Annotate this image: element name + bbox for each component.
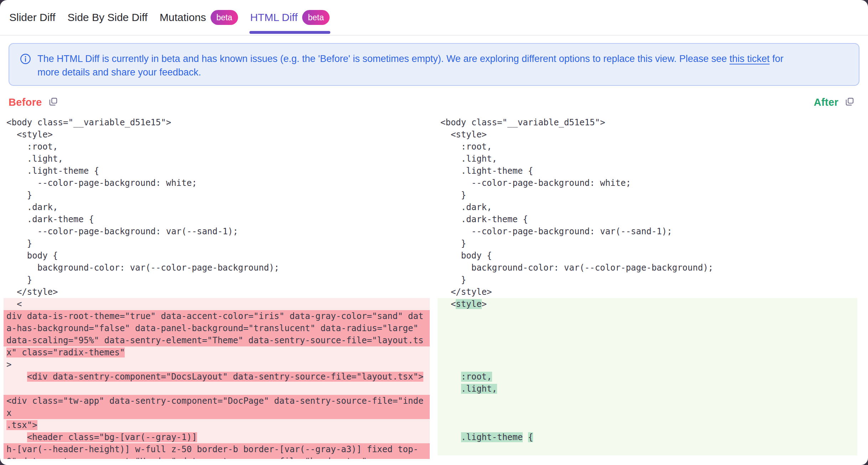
diff-code-line <box>438 419 857 431</box>
banner-text-after-link: for <box>770 53 784 64</box>
code-line: --color-page-background: white; <box>4 177 430 189</box>
before-label-group: Before <box>9 96 58 108</box>
beta-badge: beta <box>211 10 238 25</box>
code-line: } <box>4 189 430 201</box>
diff-code-line: < <box>4 298 430 310</box>
diff-mark-segment: style <box>456 299 481 309</box>
code-segment: < <box>6 299 22 309</box>
diff-code-line <box>438 395 857 407</box>
diff-mark-segment: div data-is-root-theme="true" data-accen… <box>6 311 423 321</box>
code-segment <box>440 384 461 394</box>
diff-code-line: .light, <box>438 383 857 395</box>
code-line: body { <box>438 250 857 262</box>
banner-text-before-link: The HTML Diff is currently in beta and h… <box>37 53 729 64</box>
code-segment <box>6 432 27 442</box>
diff-code-line: x" class="radix-themes" <box>4 346 430 359</box>
diff-mark-segment: h-[var(--header-height)] w-full z-50 bor… <box>6 444 418 454</box>
copy-after-button[interactable] <box>845 97 854 108</box>
code-line: <body class="__variable_d51e15"> <box>438 116 857 129</box>
banner-text-line2: more details and share your feedback. <box>37 67 201 78</box>
tab-html-diff[interactable]: HTML Diffbeta <box>249 0 330 35</box>
code-line: </style> <box>438 286 857 298</box>
tab-bar: Slider DiffSide By Side DiffMutationsbet… <box>0 0 868 36</box>
diff-code-line <box>438 407 857 419</box>
banner-text: The HTML Diff is currently in beta and h… <box>37 52 784 79</box>
diff-mark-segment: 0" data-sentry-component="Header" data-s… <box>6 456 372 459</box>
code-line: .dark, <box>4 201 430 213</box>
diff-code-line: 0" data-sentry-component="Header" data-s… <box>4 455 430 459</box>
copy-before-button[interactable] <box>48 97 58 108</box>
code-line: <style> <box>4 129 430 141</box>
diff-code-line: .light-theme { <box>438 431 857 443</box>
code-line: .dark-theme { <box>4 213 430 225</box>
active-tab-underline <box>249 31 330 34</box>
code-line: <body class="__variable_d51e15"> <box>4 116 430 129</box>
diff-code-line <box>438 443 857 455</box>
diff-mark-segment: <div class="tw-app" data-sentry-componen… <box>6 396 423 406</box>
code-line: } <box>4 237 430 250</box>
code-line: .light-theme { <box>4 165 430 177</box>
diff-code-line: .tsx"> <box>4 419 430 431</box>
code-line: .dark, <box>438 201 857 213</box>
diff-code-line: a-has-background="false" data-panel-back… <box>4 322 430 334</box>
code-segment: > <box>6 360 11 370</box>
code-segment <box>440 432 461 442</box>
beta-warning-banner: The HTML Diff is currently in beta and h… <box>9 43 859 86</box>
diff-mark-segment: .light-theme <box>461 432 523 442</box>
code-line: --color-page-background: var(--sand-1); <box>438 225 857 237</box>
diff-code-line <box>438 334 857 346</box>
code-line: } <box>4 274 430 286</box>
code-line: --color-page-background: var(--sand-1); <box>4 225 430 237</box>
code-line: background-color: var(--color-page-backg… <box>4 262 430 274</box>
tab-mutations[interactable]: Mutationsbeta <box>159 0 239 35</box>
after-label-group: After <box>814 96 854 108</box>
code-line: } <box>438 237 857 250</box>
diff-code-line <box>438 310 857 322</box>
copy-icon <box>48 97 58 108</box>
ticket-link[interactable]: this ticket <box>729 53 770 64</box>
diff-code-line: <div data-sentry-component="DocsLayout" … <box>4 371 430 383</box>
diff-mark-segment: a-has-background="false" data-panel-back… <box>6 323 418 333</box>
diff-code-line <box>438 322 857 334</box>
diff-code-line: <div class="tw-app" data-sentry-componen… <box>4 395 430 407</box>
beta-badge: beta <box>302 10 330 25</box>
diff-code-line <box>438 346 857 359</box>
diff-mark-segment: { <box>528 432 533 442</box>
copy-icon <box>845 97 854 108</box>
code-line: .light, <box>4 153 430 165</box>
tab-side-by-side-diff[interactable]: Side By Side Diff <box>67 0 149 35</box>
diff-mark-segment: <div data-sentry-component="DocsLayout" … <box>27 372 424 382</box>
code-line: .light-theme { <box>438 165 857 177</box>
code-segment <box>440 372 461 382</box>
code-line: :root, <box>438 141 857 153</box>
tab-label: Slider Diff <box>9 11 56 23</box>
diff-code-line: :root, <box>438 371 857 383</box>
diff-code-line <box>4 383 430 395</box>
after-label: After <box>814 96 838 108</box>
code-line: <style> <box>438 129 857 141</box>
info-icon <box>20 53 31 68</box>
diff-code-line: > <box>4 359 430 371</box>
diff-code-line: data-scaling="95%" data-sentry-element="… <box>4 334 430 346</box>
diff-code-line <box>438 359 857 371</box>
tab-label: Side By Side Diff <box>68 11 148 23</box>
code-segment: < <box>440 299 456 309</box>
code-line: } <box>438 189 857 201</box>
code-segment <box>523 432 528 442</box>
code-line: background-color: var(--color-page-backg… <box>438 262 857 274</box>
diff-mark-segment: .light, <box>461 384 497 394</box>
diff-mark-segment: data-scaling="95%" data-sentry-element="… <box>6 335 423 345</box>
diff-mark-segment: .tsx"> <box>6 420 37 430</box>
code-line: .dark-theme { <box>438 213 857 225</box>
diff-viewer-card: Slider DiffSide By Side DiffMutationsbet… <box>0 0 868 465</box>
after-code-panel: <body class="__variable_d51e15"> <style>… <box>438 116 857 459</box>
before-label: Before <box>9 96 42 108</box>
code-line: :root, <box>4 141 430 153</box>
diff-mark-segment: x" class="radix-themes" <box>6 348 125 357</box>
code-segment: > <box>482 299 487 309</box>
diff-mark-segment: <header class="bg-[var(--gray-1)] <box>27 432 197 442</box>
diff-code-line: h-[var(--header-height)] w-full z-50 bor… <box>4 443 430 455</box>
diff-code-line: div data-is-root-theme="true" data-accen… <box>4 310 430 322</box>
tab-slider-diff[interactable]: Slider Diff <box>9 0 56 35</box>
diff-code-line: <style> <box>438 298 857 310</box>
